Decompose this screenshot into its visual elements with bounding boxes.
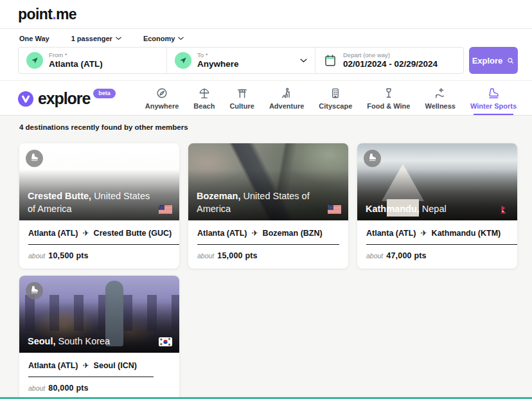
points-row: about 10,500 pts [28,251,170,260]
ski-boot-icon [30,285,39,297]
points-row: about 80,000 pts [28,384,170,393]
trip-type-selector[interactable]: One Way [19,35,49,42]
destination-photo: Kathmandu, Nepal [357,143,517,220]
tab-adventure[interactable]: Adventure [268,81,305,115]
route: Atlanta (ATL) ✈ Bozeman (BZN) [197,229,339,245]
depart-value: 02/01/2024 - 02/29/2024 [343,59,438,69]
country-flag-icon [497,205,510,214]
destination-card[interactable]: Seoul, South Korea Atlanta (ATL) ✈ Seoul… [19,276,179,399]
cabin-label: Economy [143,35,175,42]
ski-boot-icon [487,87,500,100]
top-header: point.me [0,0,532,29]
route-origin: Atlanta (ATL) [28,361,78,370]
trip-type-label: One Way [19,35,49,42]
search-icon [506,57,515,65]
plane-icon: ✈ [83,361,89,370]
country-flag-icon [159,337,172,346]
destination-country: Nepal [422,204,447,214]
results-heading: 4 destinations recently found by other m… [19,123,532,131]
chevron-down-icon[interactable] [300,58,307,63]
points-value: 80,000 pts [48,384,88,393]
cabin-selector[interactable]: Economy [143,35,184,42]
points-value: 10,500 pts [48,251,88,260]
ski-boot-icon [368,152,377,164]
from-field[interactable]: From * Atlanta (ATL) [19,48,166,73]
destination-title: Kathmandu, Nepal [366,203,510,215]
card-footer: Atlanta (ATL) ✈ Kathmandu (KTM) about 47… [357,220,517,269]
destination-cards-grid: Crested Butte, United States of America … [19,143,518,399]
from-value: Atlanta (ATL) [49,59,103,69]
route-destination: Seoul (ICN) [94,361,137,370]
tab-culture[interactable]: Culture [228,81,256,115]
wellness-hand-icon [434,87,447,100]
winter-sports-badge [364,150,381,167]
trip-options-row: One Way 1 passenger Economy [0,29,532,42]
destination-card[interactable]: Kathmandu, Nepal Atlanta (ATL) ✈ Kathman… [357,143,517,269]
destination-photo: Seoul, South Korea [19,276,179,353]
destination-city: Crested Butte, [28,191,91,201]
route: Atlanta (ATL) ✈ Kathmandu (KTM) [366,229,517,245]
pointme-logo[interactable]: point.me [18,6,76,23]
tab-beach[interactable]: Beach [192,81,216,115]
route: Atlanta (ATL) ✈ Seoul (ICN) [28,361,154,377]
route-origin: Atlanta (ATL) [28,229,78,238]
tab-cityscape[interactable]: Cityscape [317,81,353,115]
pointme-mark-icon [18,91,33,107]
explore-wordmark: explore [38,88,90,109]
chevron-down-icon [116,37,121,40]
destination-title: Crested Butte, United States of America [28,190,172,215]
winter-sports-badge [26,282,43,299]
plane-icon: ✈ [83,229,89,238]
destination-photo: Bozeman, United States of America [188,143,348,220]
to-field[interactable]: To * Anywhere [166,48,315,73]
points-row: about 15,000 pts [197,251,339,260]
wine-glass-icon [382,87,395,100]
route: Atlanta (ATL) ✈ Crested Butte (GUC) [28,229,179,245]
explore-category-bar: explore beta Anywhere Beach Culture Adve… [0,80,532,116]
tab-anywhere[interactable]: Anywhere [144,81,181,115]
hiker-icon [280,87,293,100]
destination-title: Bozeman, United States of America [197,190,341,215]
tab-winter-sports[interactable]: Winter Sports [469,81,518,115]
search-section: One Way 1 passenger Economy From * Atlan… [0,29,532,116]
logo-part2: me [56,6,76,22]
depart-label: Depart (one way) [343,51,438,58]
points-row: about 47,000 pts [366,251,508,260]
depart-date-field[interactable]: Depart (one way) 02/01/2024 - 02/29/2024 [315,48,463,73]
route-origin: Atlanta (ATL) [197,229,247,238]
explore-search-button[interactable]: Explore [469,47,518,74]
passenger-selector[interactable]: 1 passenger [71,35,121,42]
route-destination: Crested Butte (GUC) [94,229,172,238]
destination-card[interactable]: Crested Butte, United States of America … [19,143,179,269]
category-tabs: Anywhere Beach Culture Adventure Citysca… [144,81,518,115]
departure-plane-icon [26,52,43,69]
logo-part1: point [18,6,52,22]
about-label: about [28,384,45,392]
explore-beta-logo: explore beta [18,88,116,109]
tab-wellness[interactable]: Wellness [423,81,457,115]
about-label: about [366,252,383,260]
plane-icon: ✈ [252,229,258,238]
beta-badge: beta [93,89,116,98]
arrival-plane-icon [175,52,191,69]
destination-city: Kathmandu, [366,204,420,214]
search-form: From * Atlanta (ATL) To * Anywhere Depar… [18,47,518,74]
destination-card[interactable]: Bozeman, United States of America Atlant… [188,143,348,269]
plane-icon: ✈ [421,229,427,238]
explore-button-label: Explore [472,56,503,66]
destination-city: Bozeman, [197,191,241,201]
about-label: about [28,252,45,260]
torii-gate-icon [236,87,249,100]
beach-umbrella-icon [198,87,211,100]
card-footer: Atlanta (ATL) ✈ Seoul (ICN) about 80,000… [19,353,179,399]
chevron-down-icon [178,37,184,40]
card-footer: Atlanta (ATL) ✈ Bozeman (BZN) about 15,0… [188,220,348,269]
results-section: 4 destinations recently found by other m… [0,123,532,399]
building-icon [329,87,342,100]
country-flag-icon [328,205,341,214]
to-label: To * [197,51,239,58]
compass-icon [155,87,168,100]
tab-food-wine[interactable]: Food & Wine [366,81,411,115]
route-origin: Atlanta (ATL) [366,229,416,238]
winter-sports-badge [26,150,43,167]
